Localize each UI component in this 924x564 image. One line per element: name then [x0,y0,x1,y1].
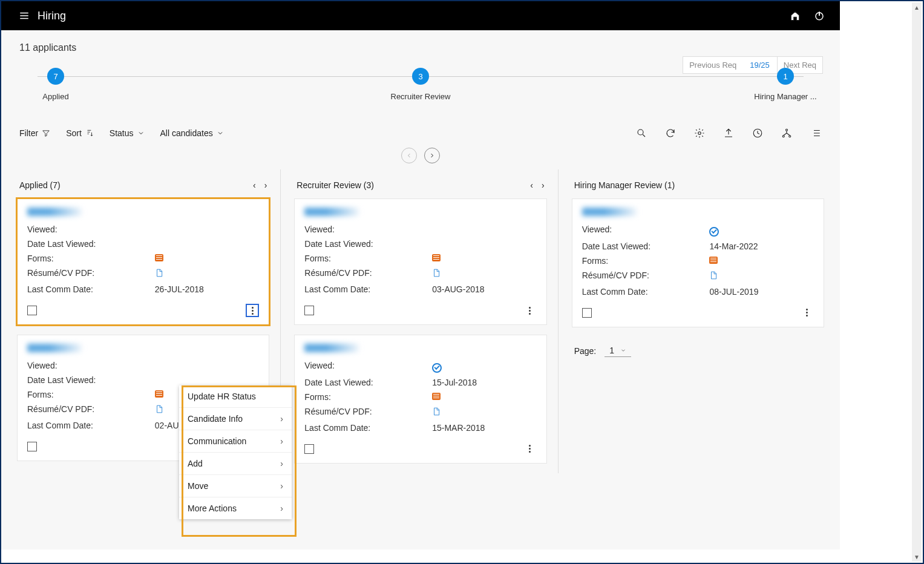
select-checkbox[interactable] [304,306,314,315]
filter-label: Filter [19,128,38,138]
candidates-label: All candidates [160,128,213,138]
candidate-card[interactable]: Viewed:Date Last Viewed:14-Mar-2022Forms… [572,198,824,327]
column-arrows: ‹› [530,180,544,190]
chevron-down-icon [620,347,626,353]
row-label: Résumé/CV PDF: [27,404,155,416]
stage-hiring-manager[interactable]: 1 Hiring Manager ... [749,68,822,101]
menu-item-label: Communication [188,436,246,446]
candidate-name[interactable] [582,208,637,216]
svg-point-2 [698,132,701,135]
card-row: Date Last Viewed: [27,237,259,251]
menu-item[interactable]: Update HR Status [179,385,292,408]
pdf-icon[interactable] [155,270,163,280]
kebab-icon[interactable] [523,304,537,317]
forms-icon[interactable] [432,254,441,261]
page-dropdown[interactable]: 1 [605,346,631,357]
sort-button[interactable]: Sort [66,128,94,138]
candidate-name[interactable] [27,344,82,352]
pdf-icon[interactable] [432,408,441,418]
outer-scrollbar[interactable]: ▲ ▼ [912,2,922,562]
gear-icon[interactable] [693,127,706,139]
card-row: Forms: [582,254,814,268]
candidate-name[interactable] [304,208,359,216]
list-icon[interactable] [810,127,822,139]
menu-item-label: More Actions [188,503,237,513]
menu-item[interactable]: Communication› [179,430,292,453]
row-label: Viewed: [582,225,710,237]
candidate-card[interactable]: Viewed:Date Last Viewed:Forms:Résumé/CV … [294,198,546,325]
pdf-icon[interactable] [155,406,163,416]
arrow-left-icon [405,152,413,159]
row-label: Résumé/CV PDF: [304,407,432,418]
card-row: Forms: [27,251,259,266]
svg-point-6 [789,136,791,137]
row-label: Date Last Viewed: [582,241,710,251]
forms-icon[interactable] [709,257,718,264]
candidate-name[interactable] [27,208,82,216]
filter-button[interactable]: Filter [19,128,50,138]
stage-count: 3 [412,68,429,85]
resume-value [709,271,718,282]
chevron-left-icon[interactable]: ‹ [530,180,533,190]
stage-applied[interactable]: 7 Applied [19,68,92,101]
main-content: Previous Req 19/25 Next Req 11 applicant… [1,30,840,549]
stage-label: Recruiter Review [384,92,457,101]
chevron-right-icon: › [280,459,283,468]
kanban-board: Applied (7)‹›Viewed:Date Last Viewed:For… [1,169,840,473]
upload-icon[interactable] [722,127,735,139]
candidate-card[interactable]: Viewed:Date Last Viewed:15-Jul-2018Forms… [294,335,546,464]
chevron-right-icon[interactable]: › [542,180,545,190]
page-prev-button[interactable] [401,148,417,163]
card-footer [27,297,259,318]
forms-icon[interactable] [155,254,163,261]
last-comm-value: 26-JUL-2018 [155,284,204,294]
menu-icon[interactable] [18,10,30,22]
clock-icon[interactable] [752,127,764,139]
forms-icon[interactable] [432,393,441,400]
forms-icon[interactable] [155,390,163,398]
last-comm-value: 15-MAR-2018 [432,423,485,433]
row-label: Forms: [27,390,155,399]
column: Recruiter Review (3)‹›Viewed:Date Last V… [292,169,558,473]
select-checkbox[interactable] [27,306,37,315]
card-row: Last Comm Date:26-JUL-2018 [27,282,259,297]
row-label: Last Comm Date: [27,284,155,294]
status-label: Status [110,128,134,138]
pdf-icon[interactable] [709,272,718,282]
select-checkbox[interactable] [582,308,592,318]
menu-item-label: Add [188,459,203,468]
forms-value [432,392,441,402]
kebab-icon[interactable] [801,306,814,320]
menu-item-label: Candidate Info [188,414,243,424]
menu-item[interactable]: More Actions› [179,497,292,519]
menu-item[interactable]: Candidate Info› [179,408,292,430]
home-icon[interactable] [789,10,801,22]
chevron-right-icon[interactable]: › [264,180,267,190]
candidate-card[interactable]: Viewed:Date Last Viewed:Forms:Résumé/CV … [17,198,269,325]
candidate-name[interactable] [304,344,359,352]
candidates-button[interactable]: All candidates [160,128,224,138]
status-button[interactable]: Status [110,128,145,138]
row-label: Résumé/CV PDF: [304,268,432,280]
pdf-icon[interactable] [432,270,441,280]
kebab-icon[interactable] [523,442,537,456]
column-title: Hiring Manager Review (1) [574,180,675,190]
sort-icon [85,129,94,137]
stage-recruiter-review[interactable]: 3 Recruiter Review [384,68,457,101]
resume-value [155,268,163,280]
hierarchy-icon[interactable] [781,127,793,139]
page-next-button[interactable] [424,148,440,163]
refresh-icon[interactable] [664,127,677,139]
menu-item[interactable]: Move› [179,475,292,497]
column-title: Recruiter Review (3) [297,180,374,190]
menu-item[interactable]: Add› [179,453,292,475]
kebab-icon[interactable] [246,304,259,317]
chevron-left-icon[interactable]: ‹ [253,180,256,190]
power-icon[interactable] [813,10,825,22]
card-row: Last Comm Date:03-AUG-2018 [304,282,536,297]
select-checkbox[interactable] [304,444,314,454]
svg-point-4 [786,129,788,131]
column-header: Applied (7)‹› [15,169,272,198]
select-checkbox[interactable] [27,442,37,451]
search-icon[interactable] [635,127,647,139]
